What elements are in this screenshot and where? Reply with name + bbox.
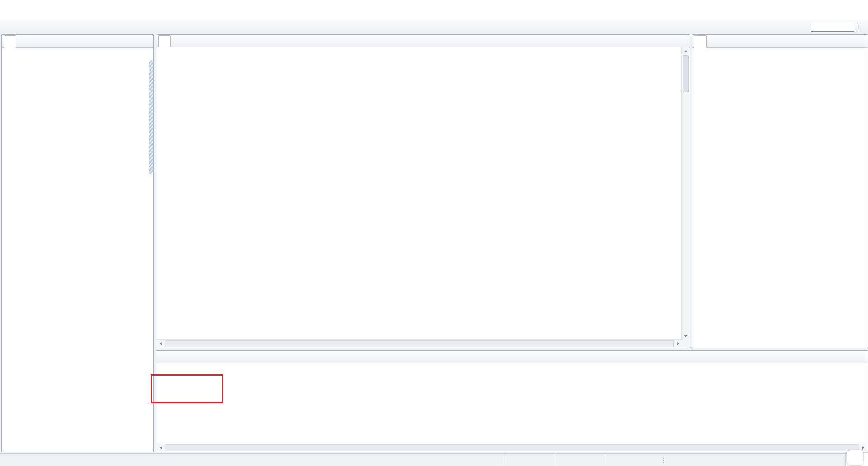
console-status-line	[156, 363, 868, 374]
horizontal-scrollbar[interactable]	[157, 339, 682, 347]
outline-tree	[692, 48, 868, 56]
maximize-button[interactable]	[827, 0, 848, 12]
minimize-button[interactable]	[807, 0, 827, 12]
tab-main-java[interactable]	[158, 35, 171, 48]
sogou-logo[interactable]	[847, 450, 863, 465]
scroll-right-arrow-icon[interactable]	[674, 340, 682, 347]
editor-area	[156, 34, 690, 348]
minimize-view-button[interactable]	[670, 38, 679, 47]
outline-header	[692, 35, 868, 48]
quick-access-box[interactable]	[811, 22, 854, 32]
menu-bar	[0, 11, 868, 20]
main-toolbar	[0, 20, 868, 34]
window-controls	[807, 0, 868, 12]
tab-outline[interactable]	[694, 35, 707, 48]
package-explorer-panel	[1, 34, 154, 452]
package-explorer-header	[2, 35, 153, 48]
workbench	[0, 33, 868, 454]
writable-status	[503, 454, 554, 466]
title-bar	[0, 0, 868, 11]
minimize-view-button[interactable]	[133, 38, 142, 47]
status-bar: ⋮	[0, 453, 868, 466]
scroll-up-arrow-icon[interactable]	[682, 47, 689, 55]
scroll-left-arrow-icon[interactable]	[157, 340, 165, 347]
console-annotation-box	[151, 374, 223, 403]
maximize-view-button[interactable]	[143, 38, 152, 47]
separator	[859, 23, 860, 31]
insert-mode-status	[554, 454, 605, 466]
package-explorer-toolbar	[2, 48, 153, 59]
caret-position-status	[605, 454, 656, 466]
grip-dots-icon: ⋮	[656, 454, 671, 466]
scroll-left-arrow-icon[interactable]	[157, 444, 165, 452]
close-button[interactable]	[848, 0, 868, 12]
code-editor[interactable]	[157, 47, 682, 340]
scrollbar-thumb[interactable]	[165, 444, 859, 451]
eclipse-window: ⋮	[0, 0, 868, 466]
horizontal-scrollbar[interactable]	[157, 444, 867, 451]
scrollbar-thumb[interactable]	[683, 55, 689, 92]
vertical-scrollbar[interactable]	[681, 47, 689, 340]
package-explorer-tree	[2, 59, 153, 66]
tab-package-explorer[interactable]	[4, 35, 16, 48]
outline-panel	[692, 34, 868, 348]
scrollbar[interactable]	[149, 60, 153, 174]
console-panel	[156, 350, 868, 452]
console-output[interactable]	[157, 373, 867, 444]
console-tab-bar	[156, 351, 868, 363]
scroll-down-arrow-icon[interactable]	[682, 332, 689, 340]
editor-tab-bar	[156, 35, 690, 48]
maximize-view-button[interactable]	[679, 38, 689, 47]
ime-toolbar	[846, 453, 868, 466]
scrollbar-thumb[interactable]	[165, 340, 674, 347]
